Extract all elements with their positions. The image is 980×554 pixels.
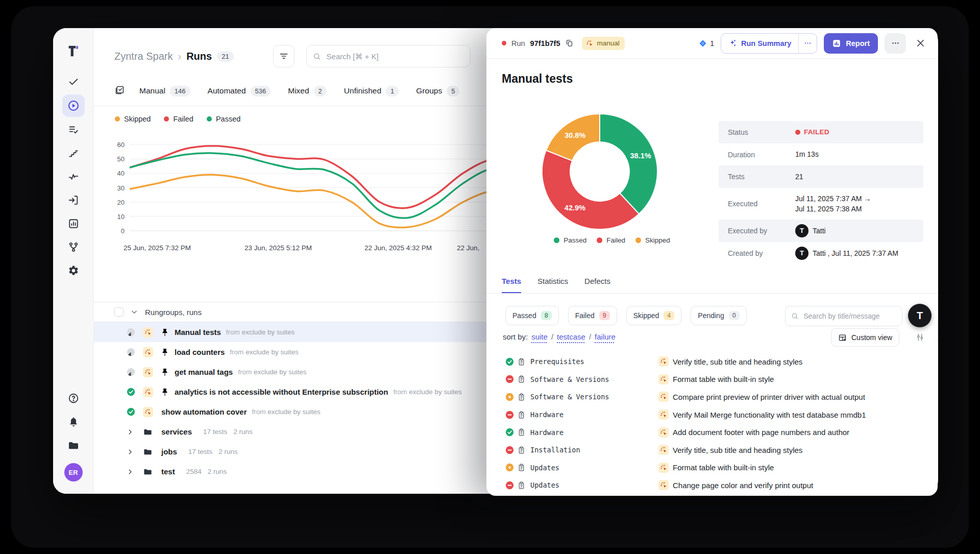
suite-name: Software & Versions <box>530 393 609 401</box>
manual-icon <box>658 463 669 473</box>
legend-item-skipped: Skipped <box>115 115 151 123</box>
sort-link-testcase[interactable]: testcase <box>557 332 585 341</box>
tab-tests[interactable]: Tests <box>502 277 521 294</box>
play-circle-icon[interactable] <box>62 94 85 117</box>
sort-link-failure[interactable]: failure <box>595 332 616 341</box>
select-all-checkbox[interactable] <box>114 307 124 317</box>
bell-icon[interactable] <box>67 416 80 428</box>
test-title: Verify title, sub title and heading styl… <box>673 357 802 366</box>
manual-badge: manual <box>582 37 624 50</box>
breadcrumb-separator: › <box>178 51 181 62</box>
x-tick: 25 Jun, 2025 7:32 PM <box>124 244 191 252</box>
sparkles-icon <box>728 39 737 47</box>
panel-search[interactable] <box>785 306 902 326</box>
breadcrumb-project[interactable]: Zyntra Spark <box>114 51 173 62</box>
test-row[interactable]: InstallationVerify title, sub title and … <box>486 441 938 459</box>
status-passed-icon <box>127 388 143 396</box>
chevron-right-icon[interactable] <box>127 468 143 475</box>
suite-name: Software & Versions <box>530 375 609 383</box>
manual-icon <box>658 374 669 384</box>
status-running-icon <box>127 368 143 376</box>
chevron-right-icon[interactable] <box>127 448 143 455</box>
suite-name: Hardware <box>530 428 564 437</box>
copy-icon[interactable] <box>565 39 574 47</box>
git-branch-icon[interactable] <box>67 241 80 253</box>
sort-link-suite[interactable]: suite <box>531 332 548 341</box>
folder-icon[interactable] <box>67 439 80 451</box>
test-row[interactable]: UpdatesChange page color and verify prin… <box>486 476 938 494</box>
tab-groups[interactable]: Groups5 <box>416 86 459 97</box>
folder-run-count: 2 runs <box>233 428 253 436</box>
run-summary-more-button[interactable] <box>798 34 817 53</box>
clipboard-icon <box>517 446 526 454</box>
check-icon[interactable] <box>67 76 80 88</box>
filter-button[interactable] <box>273 45 295 67</box>
tab-unfinished[interactable]: Unfinished1 <box>344 86 399 97</box>
tab-manual[interactable]: Manual146 <box>139 86 190 97</box>
close-panel-icon[interactable] <box>916 38 925 48</box>
page-title: Runs <box>186 51 212 62</box>
status-badge: FAILED <box>795 127 829 137</box>
run-source: from exclude by suites <box>226 328 295 336</box>
filter-chip-passed[interactable]: Passed8 <box>505 306 559 325</box>
tab-count-badge: 5 <box>447 86 459 97</box>
results-donut-chart: 38.1%42.9%30.8% <box>537 109 663 234</box>
folder-run-count: 2 runs <box>218 448 238 455</box>
status-failed-icon <box>505 375 514 383</box>
folder-icon <box>143 467 158 476</box>
test-title: Add document footer with page numbers an… <box>673 428 849 437</box>
help-circle-icon[interactable] <box>67 392 80 404</box>
detail-row-created-by: Created byTTatti , Jul 11, 2025 7:37 AM <box>719 242 923 264</box>
test-row[interactable]: Software & VersionsCompare print preview… <box>486 388 938 406</box>
suite-name: Prerequisites <box>530 357 584 366</box>
panel-search-input[interactable] <box>802 311 896 321</box>
tab-statistics[interactable]: Statistics <box>537 277 568 294</box>
search-icon <box>791 312 798 320</box>
search-icon <box>313 52 321 61</box>
steps-icon[interactable] <box>67 147 80 159</box>
app-logo-icon[interactable] <box>66 43 81 59</box>
chevron-right-icon[interactable] <box>127 428 143 436</box>
status-skipped-icon <box>505 463 514 472</box>
run-source: from exclude by suites <box>393 388 461 396</box>
folder-test-count: 17 tests <box>203 428 227 436</box>
test-row[interactable]: HardwareAdd document footer with page nu… <box>486 423 938 441</box>
select-runs-icon[interactable] <box>114 85 125 98</box>
test-row[interactable]: UpdatesFormat table with built-in style <box>486 459 938 477</box>
suite-name: Updates <box>530 464 559 472</box>
filter-chip-failed[interactable]: Failed9 <box>568 306 617 325</box>
panel-title: Manual tests <box>502 72 573 86</box>
status-running-icon <box>127 348 143 356</box>
gear-icon[interactable] <box>67 264 80 277</box>
chevron-down-icon[interactable] <box>131 308 138 316</box>
report-button[interactable]: Report <box>824 33 878 54</box>
filter-chip-pending[interactable]: Pending0 <box>691 306 746 325</box>
run-summary-button[interactable]: Run Summary <box>721 33 817 54</box>
y-tick: 30 <box>117 184 125 191</box>
custom-view-button[interactable]: Custom view <box>831 328 899 347</box>
linked-issues[interactable]: 1 <box>699 39 714 47</box>
runs-count-badge: 21 <box>217 51 233 62</box>
test-row[interactable]: Software & VersionsFormat table with bui… <box>486 371 938 389</box>
import-box-icon[interactable] <box>67 194 80 206</box>
user-avatar[interactable]: ER <box>64 463 83 481</box>
tab-automated[interactable]: Automated536 <box>208 86 271 97</box>
svg-text:38.1%: 38.1% <box>630 152 651 160</box>
tab-mixed[interactable]: Mixed2 <box>288 86 327 97</box>
filter-chip-skipped[interactable]: Skipped4 <box>626 306 682 325</box>
activity-icon[interactable] <box>67 171 80 183</box>
main-search-input[interactable] <box>326 52 464 61</box>
test-row[interactable]: PrerequisitesVerify title, sub title and… <box>486 353 938 371</box>
test-row[interactable]: HardwareVerify Mail Merge functionality … <box>486 406 938 424</box>
bar-chart-square-icon[interactable] <box>67 218 80 230</box>
y-tick: 0 <box>121 227 125 235</box>
tab-count-badge: 2 <box>314 86 327 97</box>
x-tick: 22 Jun, <box>457 244 479 252</box>
panel-more-button[interactable] <box>885 33 906 54</box>
widget-avatar[interactable]: T <box>908 304 932 327</box>
tab-defects[interactable]: Defects <box>584 277 610 294</box>
main-search[interactable] <box>306 45 471 67</box>
list-check-icon[interactable] <box>67 124 80 136</box>
run-source: from exclude by suites <box>238 368 306 376</box>
view-options-icon[interactable] <box>915 332 925 344</box>
